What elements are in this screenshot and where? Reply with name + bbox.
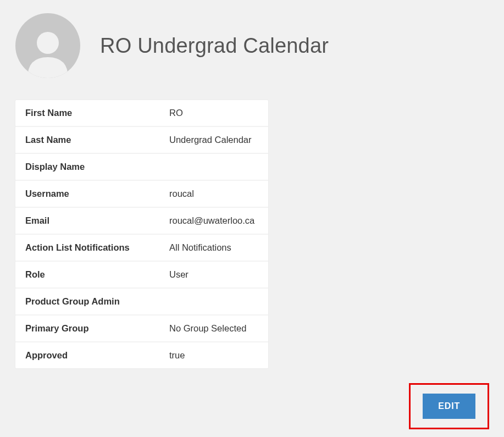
row-first-name: First Name RO [15,100,268,127]
value-first-name: RO [169,108,258,118]
row-role: Role User [15,262,268,289]
label-approved: Approved [25,350,169,361]
row-approved: Approved true [15,342,268,368]
value-email: roucal@uwaterloo.ca [169,215,258,226]
row-display-name: Display Name [15,154,268,181]
label-last-name: Last Name [25,135,169,145]
row-last-name: Last Name Undergrad Calendar [15,127,268,154]
svg-point-0 [37,32,59,54]
label-primary-group: Primary Group [25,323,169,334]
value-primary-group: No Group Selected [169,323,258,334]
label-email: Email [25,215,169,226]
user-profile-page: RO Undergrad Calendar First Name RO Last… [0,0,504,437]
row-email: Email roucal@uwaterloo.ca [15,208,268,235]
label-display-name: Display Name [25,162,169,172]
avatar [15,13,80,78]
person-icon [24,26,71,78]
edit-button[interactable]: EDIT [423,394,475,419]
row-primary-group: Primary Group No Group Selected [15,316,268,342]
page-title: RO Undergrad Calendar [100,34,329,58]
row-action-list-notifications: Action List Notifications All Notificati… [15,235,268,262]
row-product-group-admin: Product Group Admin [15,289,268,316]
value-last-name: Undergrad Calendar [169,135,258,145]
profile-details-table: First Name RO Last Name Undergrad Calend… [15,100,268,368]
edit-highlight-box: EDIT [409,383,489,429]
label-username: Username [25,189,169,199]
row-username: Username roucal [15,181,268,208]
value-approved: true [169,350,258,361]
profile-header: RO Undergrad Calendar [13,13,491,78]
label-first-name: First Name [25,108,169,118]
label-action-list-notifications: Action List Notifications [25,242,169,253]
label-product-group-admin: Product Group Admin [25,296,169,307]
value-action-list-notifications: All Notifications [169,242,258,253]
value-username: roucal [169,189,258,199]
value-role: User [169,269,258,280]
label-role: Role [25,269,169,280]
